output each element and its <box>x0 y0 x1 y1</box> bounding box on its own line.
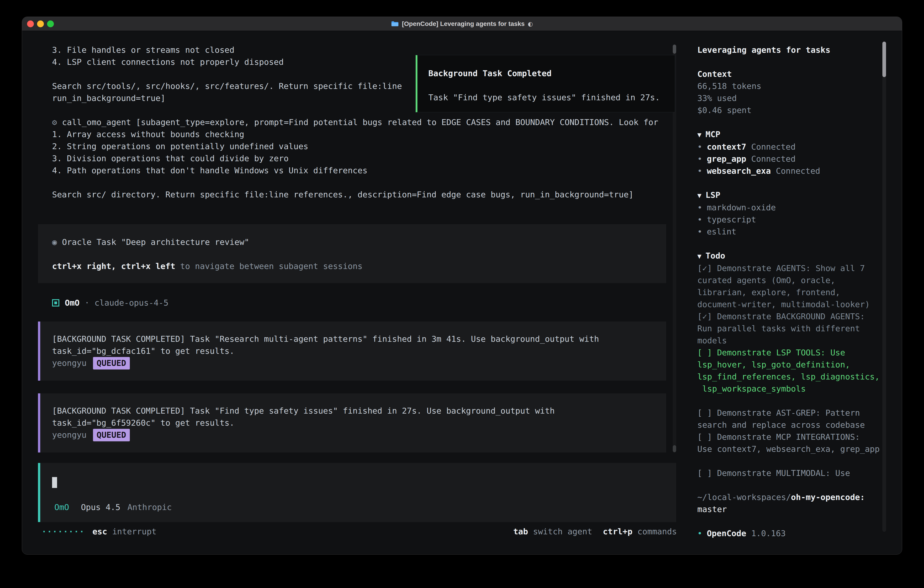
bullet-icon: • <box>697 142 702 152</box>
agent-checkbox-icon <box>52 299 59 307</box>
terminal-window: [OpenCode] Leveraging agents for tasks ◐… <box>22 17 902 555</box>
mcp-name: grep_app <box>707 154 746 164</box>
sidebar-scrollbar-thumb[interactable] <box>883 41 886 77</box>
chevron-down-icon: ▼ <box>697 192 701 200</box>
app-name: OpenCode <box>707 529 746 538</box>
lsp-name: typescript <box>707 215 756 224</box>
window-title-text: [OpenCode] Leveraging agents for tasks <box>402 20 525 28</box>
message-card: [BACKGROUND TASK COMPLETED] Task "Resear… <box>38 322 666 381</box>
lsp-name: markdown-oxide <box>707 203 776 212</box>
background-task-toast: Background Task Completed Task "Find typ… <box>416 55 675 112</box>
separator-dot: · <box>84 297 89 309</box>
queued-badge: QUEUED <box>93 429 130 441</box>
chevron-down-icon: ▼ <box>697 252 701 260</box>
status-bar: ········ esc interrupt tab switch agent … <box>41 525 677 537</box>
oracle-hint-text: to navigate between subagent sessions <box>175 261 363 271</box>
gear-icon: ⚙ <box>52 117 57 127</box>
transcript-line: 2. String operations on potentially unde… <box>52 140 658 152</box>
mcp-name: context7 <box>707 142 746 152</box>
lsp-item: •markdown-oxide <box>697 202 883 213</box>
author: yeongyu <box>52 358 87 368</box>
mcp-item: •context7Connected <box>697 141 883 153</box>
spacer <box>697 238 883 249</box>
toast-body: Task "Find type safety issues" finished … <box>428 91 665 104</box>
transcript-line: 4. Path operations that don't handle Win… <box>52 164 658 177</box>
sidebar-scrollbar[interactable] <box>883 41 886 532</box>
mcp-status: Connected <box>751 154 795 164</box>
transcript-line: 1. Array access without bounds checking <box>52 128 658 140</box>
session-title: Leveraging agents for tasks <box>697 44 883 56</box>
minimize-button[interactable] <box>37 20 44 27</box>
workspace-dir: ~/local-workspaces/ <box>697 492 791 502</box>
tool-call-text: call_omo_agent [subagent_type=explore, p… <box>62 117 658 127</box>
agent-model: claude-opus-4-5 <box>94 297 168 309</box>
todo-section-header: ▼Todo <box>697 249 883 262</box>
bullet-icon: • <box>697 203 702 212</box>
card-line: task_id="bg_6f59260c" to get results. <box>52 417 666 429</box>
mcp-name: websearch_exa <box>707 166 771 175</box>
lsp-item: •typescript <box>697 213 883 226</box>
proxy-icon: ◐ <box>528 20 533 27</box>
close-button[interactable] <box>27 20 34 27</box>
author: yeongyu <box>52 430 87 439</box>
context-spent: $0.46 spent <box>697 104 883 116</box>
version-line: •OpenCode1.0.163 <box>697 527 883 539</box>
lsp-item: •eslint <box>697 226 883 238</box>
queued-badge: QUEUED <box>93 357 130 370</box>
bullet-icon: • <box>697 529 702 538</box>
window-title: [OpenCode] Leveraging agents for tasks ◐ <box>391 20 533 28</box>
spacer <box>697 479 883 491</box>
spacer <box>697 56 883 68</box>
agent-header: OmO · claude-opus-4-5 <box>52 297 168 309</box>
record-icon: ◉ <box>52 237 57 247</box>
window-controls <box>27 17 54 31</box>
spacer <box>52 177 658 188</box>
oracle-title: Oracle Task "Deep architecture review" <box>62 237 249 247</box>
mcp-item: •grep_appConnected <box>697 153 883 165</box>
input-model-name: Opus 4.5 <box>81 501 120 513</box>
main-scrollbar-thumb-top[interactable] <box>673 45 676 54</box>
toast-title: Background Task Completed <box>428 67 665 79</box>
todo-item: [ ] Demonstrate MCP INTEGRATIONS: Use co… <box>697 431 883 455</box>
tab-label: switch agent <box>533 525 592 537</box>
input-agent-name: OmO <box>54 501 69 513</box>
card-meta-line: yeongyuQUEUED <box>52 429 666 441</box>
bullet-icon: • <box>697 227 702 236</box>
input-provider-name: Anthropic <box>127 501 172 513</box>
app-version: 1.0.163 <box>751 529 786 538</box>
zoom-button[interactable] <box>47 20 54 27</box>
sidebar: Leveraging agents for tasks Context 66,5… <box>697 44 883 539</box>
agent-name: OmO <box>65 297 79 309</box>
spacer <box>697 395 883 407</box>
todo-item: [✓] Demonstrate AGENTS: Show all 7 curat… <box>697 262 883 311</box>
text-cursor <box>52 477 57 488</box>
spacer <box>697 455 883 467</box>
mcp-status: Connected <box>776 166 820 175</box>
todo-item: [ ] Demonstrate LSP TOOLS: Use lsp_hover… <box>697 347 883 395</box>
esc-key: esc <box>92 525 107 537</box>
workspace-path: ~/local-workspaces/oh-my-opencode: <box>697 491 883 503</box>
todo-item: [ ] Demonstrate AST-GREP: Pattern search… <box>697 407 883 431</box>
spinner-dots-icon: ········ <box>41 525 84 537</box>
context-tokens: 66,518 tokens <box>697 80 883 92</box>
main-scrollbar-thumb-bottom[interactable] <box>673 445 676 452</box>
bullet-icon: • <box>697 166 702 175</box>
spacer <box>428 79 665 91</box>
todo-item: [✓] Demonstrate BACKGROUND AGENTS: Run p… <box>697 311 883 347</box>
tab-key: tab <box>513 525 528 537</box>
lsp-section-header: ▼LSP <box>697 189 883 202</box>
bullet-icon: • <box>697 215 702 224</box>
oracle-hint-line: ctrl+x right, ctrl+x left to navigate be… <box>52 260 666 272</box>
lsp-heading: LSP <box>706 190 720 200</box>
message-card: [BACKGROUND TASK COMPLETED] Task "Find t… <box>38 393 666 453</box>
card-line: [BACKGROUND TASK COMPLETED] Task "Resear… <box>52 333 666 345</box>
bullet-icon: • <box>697 154 702 164</box>
prompt-input[interactable]: OmO Opus 4.5 Anthropic <box>38 463 676 522</box>
spacer <box>697 116 883 128</box>
spacer <box>697 515 883 527</box>
titlebar: [OpenCode] Leveraging agents for tasks ◐ <box>22 17 902 31</box>
tab-hint: tab switch agent <box>513 525 592 537</box>
oracle-task-panel: ◉Oracle Task "Deep architecture review" … <box>38 224 666 283</box>
mcp-section-header: ▼MCP <box>697 128 883 141</box>
model-row: OmO Opus 4.5 Anthropic <box>54 501 172 513</box>
